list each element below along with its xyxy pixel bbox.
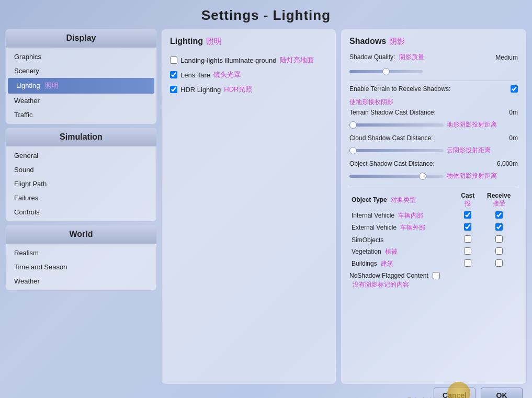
cloud-cast-cn: 云阴影投射距离	[447, 146, 491, 155]
world-header: World	[6, 225, 156, 244]
cloud-cast-label: Cloud Shadow Cast Distance:	[349, 134, 492, 142]
shadow-quality-slider[interactable]	[349, 70, 423, 73]
external-receive-checkbox[interactable]	[495, 223, 503, 231]
object-cast-value: 6,000m	[492, 160, 518, 167]
hdr-lighting-checkbox[interactable]	[170, 86, 177, 93]
simulation-section: Simulation General Sound Flight Path Fai…	[5, 128, 157, 222]
row-vegetation: Vegetation 植被	[349, 246, 456, 258]
no-shadow-row: NoShadow Flagged Content	[349, 272, 518, 279]
vegetation-cast-checkbox[interactable]	[464, 247, 471, 255]
shadow-quality-value: Medium	[492, 54, 518, 61]
buildings-receive-cell	[480, 258, 518, 270]
sidebar-item-time-and-season[interactable]: Time and Season	[6, 260, 156, 274]
col-receive: Receive 接受	[480, 190, 518, 210]
lens-flare-label: Lens flare	[180, 71, 210, 79]
sidebar-item-weather[interactable]: Weather	[6, 94, 156, 108]
hdr-lighting-label: HDR Lighting	[180, 86, 221, 94]
lens-flare-checkbox[interactable]	[170, 71, 177, 78]
terrain-cast-value: 0m	[492, 109, 518, 116]
internal-cast-cell	[456, 210, 480, 222]
hdr-lighting-label-cn: HDR光照	[224, 85, 252, 94]
shadow-quality-row: Shadow Quality: 阴影质量 Medium	[349, 53, 518, 62]
table-row: External Vehicle 车辆外部	[349, 222, 518, 234]
no-shadow-checkbox[interactable]	[433, 272, 440, 279]
buildings-cast-checkbox[interactable]	[464, 259, 471, 267]
landing-lights-checkbox[interactable]	[170, 56, 177, 64]
sidebar-item-general[interactable]: General	[6, 149, 156, 163]
col-object-type-cn: 对象类型	[391, 196, 416, 203]
landing-lights-row: Landing-lights illuminate ground 陆灯亮地面	[170, 55, 327, 65]
no-shadow-label-cn: 没有阴影标记的内容	[353, 281, 409, 288]
row-vegetation-cn: 植被	[385, 248, 398, 255]
buildings-cast-cell	[456, 258, 480, 270]
sidebar-item-graphics[interactable]: Graphics	[6, 50, 156, 64]
simobjects-receive-checkbox[interactable]	[495, 235, 503, 243]
world-section: World Realism Time and Season Weather	[5, 225, 157, 291]
bottom-bar: 飞行者论坛 Cancel OK	[0, 384, 532, 398]
world-items: Realism Time and Season Weather	[6, 244, 156, 290]
col-cast-cn: 投	[465, 200, 471, 207]
internal-receive-cell	[480, 210, 518, 222]
shadows-panel: Shadows 阴影 Shadow Quality: 阴影质量 Medium E…	[341, 29, 527, 384]
sidebar-item-controls[interactable]: Controls	[6, 205, 156, 219]
lighting-panel-title: Lighting	[170, 37, 203, 46]
sidebar-item-realism[interactable]: Realism	[6, 246, 156, 260]
sidebar-item-world-weather[interactable]: Weather	[6, 274, 156, 288]
col-object-type: Object Type 对象类型	[349, 190, 456, 210]
display-section: Display Graphics Scenery Lighting 照明 Wea…	[5, 29, 157, 124]
landing-lights-label-cn: 陆灯亮地面	[280, 55, 314, 65]
vegetation-receive-checkbox[interactable]	[495, 247, 503, 255]
title-bar: Settings - Lighting	[0, 0, 532, 29]
table-row: SimObjects	[349, 234, 518, 246]
terrain-cast-cn: 地形阴影投射距离	[447, 120, 497, 129]
sidebar-item-lighting[interactable]: Lighting 照明	[8, 78, 154, 94]
terrain-cast-row: Terrain Shadow Cast Distance: 0m	[349, 109, 518, 116]
lighting-cn-label: 照明	[45, 82, 59, 89]
terrain-receive-row: Enable Terrain to Receive Shadows:	[349, 85, 518, 93]
object-cast-label: Object Shadow Cast Distance:	[349, 160, 492, 167]
simobjects-cast-cell	[456, 234, 480, 246]
vegetation-cast-cell	[456, 246, 480, 258]
terrain-receive-label: Enable Terrain to Receive Shadows:	[349, 85, 511, 93]
col-receive-cn: 接受	[493, 200, 505, 207]
cloud-cast-value: 0m	[492, 134, 518, 142]
object-cast-cn: 物体阴影投射距离	[447, 172, 497, 180]
simobjects-cast-checkbox[interactable]	[464, 235, 471, 243]
vegetation-receive-cell	[480, 246, 518, 258]
table-row: Buildings 建筑	[349, 258, 518, 270]
sidebar-item-traffic[interactable]: Traffic	[6, 108, 156, 122]
no-shadow-label: NoShadow Flagged Content	[349, 272, 428, 279]
logo-circle	[447, 382, 470, 398]
shadows-title-cn: 阴影	[389, 37, 405, 47]
cloud-cast-slider-container: 云阴影投射距离	[349, 146, 518, 155]
sidebar-item-flight-path[interactable]: Flight Path	[6, 177, 156, 191]
terrain-receive-checkbox[interactable]	[511, 85, 518, 93]
sidebar-item-sound[interactable]: Sound	[6, 163, 156, 177]
terrain-cast-slider-container: 地形阴影投射距离	[349, 120, 518, 129]
internal-cast-checkbox[interactable]	[464, 211, 471, 219]
external-cast-checkbox[interactable]	[464, 223, 471, 231]
row-internal-vehicle-cn: 车辆内部	[398, 212, 423, 219]
display-items: Graphics Scenery Lighting 照明 Weather Tra…	[6, 48, 156, 124]
internal-receive-checkbox[interactable]	[495, 211, 503, 219]
object-cast-row: Object Shadow Cast Distance: 6,000m	[349, 160, 518, 167]
no-shadow-cn-row: 没有阴影标记的内容	[349, 279, 518, 289]
buildings-receive-checkbox[interactable]	[495, 259, 503, 267]
object-cast-slider[interactable]	[349, 175, 444, 178]
row-buildings: Buildings 建筑	[349, 258, 456, 270]
object-cast-slider-container: 物体阴影投射距离	[349, 172, 518, 180]
object-type-table: Object Type 对象类型 Cast 投 Receive 接受	[349, 190, 518, 270]
sidebar-item-scenery[interactable]: Scenery	[6, 64, 156, 78]
terrain-cast-slider[interactable]	[349, 123, 444, 127]
terrain-cast-label: Terrain Shadow Cast Distance:	[349, 109, 492, 116]
hdr-lighting-row: HDR Lighting HDR光照	[170, 85, 327, 94]
row-external-vehicle: External Vehicle 车辆外部	[349, 222, 456, 234]
lighting-panel-title-cn: 照明	[206, 37, 222, 47]
cloud-cast-slider[interactable]	[349, 149, 444, 152]
row-buildings-cn: 建筑	[381, 260, 393, 267]
external-cast-cell	[456, 222, 480, 234]
lens-flare-label-cn: 镜头光罩	[213, 70, 241, 79]
sidebar-item-failures[interactable]: Failures	[6, 191, 156, 205]
cloud-cast-row: Cloud Shadow Cast Distance: 0m	[349, 134, 518, 142]
shadow-quality-label: Shadow Quality: 阴影质量	[349, 53, 492, 62]
